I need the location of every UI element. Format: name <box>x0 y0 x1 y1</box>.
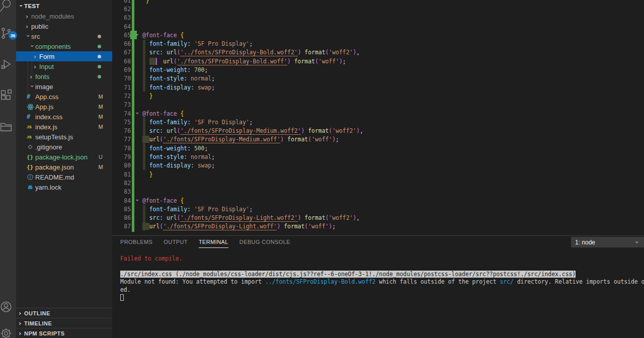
yarn-file-icon <box>27 183 35 191</box>
line-number[interactable]: 77 <box>112 136 131 143</box>
section-outline[interactable]: ›OUTLINE <box>16 308 112 318</box>
line-number[interactable]: 86 <box>112 214 131 221</box>
line-number[interactable]: 68 <box>112 58 131 65</box>
project-root-row[interactable]: › TEST <box>16 1 112 11</box>
line-number[interactable]: 80 <box>112 162 131 169</box>
code-line-85[interactable]: 85 font-family: 'SF Pro Display'; <box>112 205 644 213</box>
line-number[interactable]: 87 <box>112 223 131 230</box>
code-line-82[interactable]: 82 <box>112 179 644 187</box>
line-number[interactable]: 73 <box>112 101 131 108</box>
code-line-87[interactable]: 87 url('./fonts/SFProDisplay-Light.woff'… <box>112 222 644 231</box>
code-line-86[interactable]: 86 src: url('./fonts/SFProDisplay-Light.… <box>112 214 644 222</box>
line-number[interactable]: 76 <box>112 127 131 134</box>
panel-tab-output[interactable]: OUTPUT <box>164 239 188 246</box>
tree-item-fonts[interactable]: › fonts <box>16 71 112 81</box>
search-icon[interactable] <box>0 0 13 16</box>
code-line-83[interactable]: 83 <box>112 188 644 196</box>
code-line-61[interactable]: 61 } <box>112 0 644 5</box>
line-number[interactable]: 82 <box>112 180 131 187</box>
code-line-63[interactable]: 63 <box>112 14 644 22</box>
folder-view-icon[interactable] <box>0 120 13 134</box>
tree-item-src[interactable]: › src <box>16 31 112 41</box>
git-change-dot <box>98 55 101 58</box>
line-number[interactable]: 83 <box>112 188 131 195</box>
git-change-dot <box>98 35 101 38</box>
code-text: src: url('../fonts/SFProDisplay-Bold.wof… <box>142 49 360 56</box>
section-npm-scripts[interactable]: ›NPM SCRIPTS <box>16 328 112 338</box>
panel-tab-problems[interactable]: PROBLEMS <box>120 239 152 246</box>
settings-gear-icon[interactable] <box>0 326 13 338</box>
line-number[interactable]: 65 <box>112 32 131 39</box>
tree-item-form[interactable]: › Form <box>16 51 112 61</box>
code-line-84[interactable]: 84›@font-face { <box>112 196 644 205</box>
fold-chevron-down-icon[interactable]: › <box>134 199 141 201</box>
code-line-64[interactable]: 64 <box>112 22 644 31</box>
code-line-75[interactable]: 75 font-family: 'SF Pro Display'; <box>112 118 644 126</box>
line-number[interactable]: 74 <box>112 110 131 117</box>
tree-item-app-css[interactable]: # App.css M <box>16 92 112 102</box>
line-number[interactable]: 78 <box>112 145 131 152</box>
code-line-79[interactable]: 79 font-style: normal; <box>112 152 644 161</box>
run-and-debug-icon[interactable] <box>0 57 13 71</box>
line-number[interactable]: 85 <box>112 206 131 213</box>
line-number[interactable]: 69 <box>112 66 131 73</box>
code-line-70[interactable]: 70 font-style: normal; <box>112 74 644 83</box>
code-line-81[interactable]: 81 } <box>112 170 644 179</box>
line-number[interactable]: 67 <box>112 49 131 56</box>
fold-chevron-down-icon[interactable]: › <box>134 34 141 36</box>
line-number[interactable]: 61 <box>112 0 131 4</box>
panel-tab-debug-console[interactable]: DEBUG CONSOLE <box>239 239 290 246</box>
line-number[interactable]: 64 <box>112 23 131 30</box>
account-icon[interactable] <box>0 300 13 314</box>
code-text: } <box>142 93 153 100</box>
code-text: font-weight: 700; <box>142 66 208 73</box>
line-number[interactable]: 62 <box>112 6 131 13</box>
code-line-78[interactable]: 78 font-weight: 500; <box>112 144 644 152</box>
code-line-76[interactable]: 76 src: url('./fonts/SFProDisplay-Medium… <box>112 127 644 135</box>
code-line-80[interactable]: 80 font-display: swap; <box>112 161 644 170</box>
tree-item-package-lock-json[interactable]: {} package-lock.json U <box>16 152 112 162</box>
code-line-67[interactable]: 67 src: url('../fonts/SFProDisplay-Bold.… <box>112 48 644 57</box>
tree-item-public[interactable]: › public <box>16 21 112 31</box>
line-number[interactable]: 72 <box>112 93 131 100</box>
line-number[interactable]: 63 <box>112 14 131 21</box>
code-line-62[interactable]: 62 <box>112 5 644 13</box>
code-line-65[interactable]: 65›@font-face { <box>112 31 644 39</box>
panel-tab-terminal[interactable]: TERMINAL <box>199 239 228 246</box>
tree-item-label: package-lock.json <box>35 153 88 161</box>
tree-item-package-json[interactable]: {} package.json M <box>16 162 112 172</box>
fold-chevron-down-icon[interactable]: › <box>134 112 141 114</box>
code-line-66[interactable]: 66 font-family: 'SF Pro Display'; <box>112 40 644 48</box>
tree-item-node-modules[interactable]: › node_modules <box>16 11 112 21</box>
section-timeline[interactable]: ›TIMELINE <box>16 318 112 328</box>
extensions-icon[interactable] <box>0 89 13 103</box>
code-line-69[interactable]: 69 font-weight: 700; <box>112 65 644 74</box>
git-file-icon <box>27 143 35 151</box>
tree-item-app-js[interactable]: App.js M <box>16 102 112 112</box>
tree-item-yarn-lock[interactable]: yarn.lock <box>16 182 112 192</box>
line-number[interactable]: 84 <box>112 197 131 204</box>
tree-item-index-js[interactable]: JS index.js M <box>16 122 112 132</box>
line-number[interactable]: 70 <box>112 75 131 82</box>
code-line-71[interactable]: 71 font-display: swap; <box>112 83 644 92</box>
code-line-77[interactable]: 77 url('./fonts/SFProDisplay-Medium.woff… <box>112 135 644 144</box>
line-number[interactable]: 71 <box>112 84 131 91</box>
line-number[interactable]: 75 <box>112 119 131 126</box>
code-line-74[interactable]: 74›@font-face { <box>112 109 644 118</box>
terminal-selector-dropdown[interactable]: 1: node › <box>571 237 644 247</box>
code-line-68[interactable]: 68 url('./fonts/SFProDisplay-Bold.woff')… <box>112 57 644 65</box>
code-line-73[interactable]: 73 <box>112 101 644 109</box>
tree-item-components[interactable]: › components <box>16 41 112 51</box>
tree-item-label: public <box>31 23 48 30</box>
tree-item--gitignore[interactable]: .gitignore <box>16 142 112 152</box>
line-number[interactable]: 79 <box>112 153 131 160</box>
line-number[interactable]: 66 <box>112 40 131 47</box>
tree-item-index-css[interactable]: # index.css M <box>16 112 112 122</box>
line-number[interactable]: 81 <box>112 171 131 178</box>
code-editor[interactable]: 61 }62636465›@font-face {66 font-family:… <box>112 0 644 235</box>
code-line-72[interactable]: 72 } <box>112 92 644 100</box>
tree-item-image[interactable]: › image <box>16 81 112 92</box>
tree-item-setuptests-js[interactable]: JS setupTests.js <box>16 132 112 142</box>
tree-item-readme-md[interactable]: README.md <box>16 172 112 182</box>
tree-item-input[interactable]: › Input <box>16 61 112 71</box>
